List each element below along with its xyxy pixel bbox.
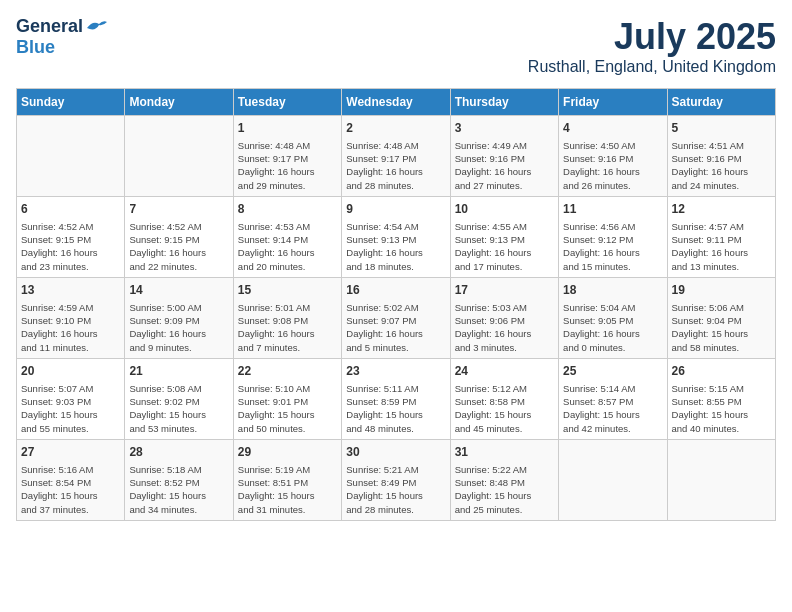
calendar-cell: 18Sunrise: 5:04 AM Sunset: 9:05 PM Dayli… xyxy=(559,277,667,358)
day-number: 4 xyxy=(563,120,662,137)
calendar-cell: 2Sunrise: 4:48 AM Sunset: 9:17 PM Daylig… xyxy=(342,116,450,197)
day-info: Sunrise: 5:11 AM Sunset: 8:59 PM Dayligh… xyxy=(346,382,445,435)
day-number: 14 xyxy=(129,282,228,299)
header-cell-tuesday: Tuesday xyxy=(233,89,341,116)
day-info: Sunrise: 5:21 AM Sunset: 8:49 PM Dayligh… xyxy=(346,463,445,516)
day-number: 29 xyxy=(238,444,337,461)
day-number: 11 xyxy=(563,201,662,218)
day-info: Sunrise: 5:08 AM Sunset: 9:02 PM Dayligh… xyxy=(129,382,228,435)
calendar-cell: 3Sunrise: 4:49 AM Sunset: 9:16 PM Daylig… xyxy=(450,116,558,197)
calendar-cell: 14Sunrise: 5:00 AM Sunset: 9:09 PM Dayli… xyxy=(125,277,233,358)
calendar-cell: 23Sunrise: 5:11 AM Sunset: 8:59 PM Dayli… xyxy=(342,358,450,439)
day-number: 3 xyxy=(455,120,554,137)
calendar-cell: 4Sunrise: 4:50 AM Sunset: 9:16 PM Daylig… xyxy=(559,116,667,197)
day-number: 30 xyxy=(346,444,445,461)
calendar-cell: 12Sunrise: 4:57 AM Sunset: 9:11 PM Dayli… xyxy=(667,196,775,277)
week-row-2: 6Sunrise: 4:52 AM Sunset: 9:15 PM Daylig… xyxy=(17,196,776,277)
day-info: Sunrise: 5:03 AM Sunset: 9:06 PM Dayligh… xyxy=(455,301,554,354)
header-cell-sunday: Sunday xyxy=(17,89,125,116)
day-info: Sunrise: 4:48 AM Sunset: 9:17 PM Dayligh… xyxy=(346,139,445,192)
day-info: Sunrise: 5:06 AM Sunset: 9:04 PM Dayligh… xyxy=(672,301,771,354)
day-info: Sunrise: 5:12 AM Sunset: 8:58 PM Dayligh… xyxy=(455,382,554,435)
day-info: Sunrise: 4:52 AM Sunset: 9:15 PM Dayligh… xyxy=(21,220,120,273)
day-info: Sunrise: 5:00 AM Sunset: 9:09 PM Dayligh… xyxy=(129,301,228,354)
logo: General Blue xyxy=(16,16,107,58)
calendar-cell: 26Sunrise: 5:15 AM Sunset: 8:55 PM Dayli… xyxy=(667,358,775,439)
day-number: 6 xyxy=(21,201,120,218)
header-row: SundayMondayTuesdayWednesdayThursdayFrid… xyxy=(17,89,776,116)
day-info: Sunrise: 4:52 AM Sunset: 9:15 PM Dayligh… xyxy=(129,220,228,273)
calendar-cell: 1Sunrise: 4:48 AM Sunset: 9:17 PM Daylig… xyxy=(233,116,341,197)
day-info: Sunrise: 4:51 AM Sunset: 9:16 PM Dayligh… xyxy=(672,139,771,192)
day-number: 22 xyxy=(238,363,337,380)
day-number: 15 xyxy=(238,282,337,299)
calendar-cell: 9Sunrise: 4:54 AM Sunset: 9:13 PM Daylig… xyxy=(342,196,450,277)
day-number: 28 xyxy=(129,444,228,461)
day-info: Sunrise: 5:15 AM Sunset: 8:55 PM Dayligh… xyxy=(672,382,771,435)
day-info: Sunrise: 4:54 AM Sunset: 9:13 PM Dayligh… xyxy=(346,220,445,273)
calendar-cell: 11Sunrise: 4:56 AM Sunset: 9:12 PM Dayli… xyxy=(559,196,667,277)
day-info: Sunrise: 5:18 AM Sunset: 8:52 PM Dayligh… xyxy=(129,463,228,516)
day-info: Sunrise: 4:50 AM Sunset: 9:16 PM Dayligh… xyxy=(563,139,662,192)
day-info: Sunrise: 4:57 AM Sunset: 9:11 PM Dayligh… xyxy=(672,220,771,273)
calendar-cell: 13Sunrise: 4:59 AM Sunset: 9:10 PM Dayli… xyxy=(17,277,125,358)
week-row-3: 13Sunrise: 4:59 AM Sunset: 9:10 PM Dayli… xyxy=(17,277,776,358)
day-number: 25 xyxy=(563,363,662,380)
calendar-cell: 8Sunrise: 4:53 AM Sunset: 9:14 PM Daylig… xyxy=(233,196,341,277)
day-number: 26 xyxy=(672,363,771,380)
day-info: Sunrise: 5:16 AM Sunset: 8:54 PM Dayligh… xyxy=(21,463,120,516)
location-text: Rusthall, England, United Kingdom xyxy=(528,58,776,76)
logo-bird-icon xyxy=(85,18,107,36)
day-number: 31 xyxy=(455,444,554,461)
week-row-4: 20Sunrise: 5:07 AM Sunset: 9:03 PM Dayli… xyxy=(17,358,776,439)
day-info: Sunrise: 5:10 AM Sunset: 9:01 PM Dayligh… xyxy=(238,382,337,435)
day-info: Sunrise: 5:14 AM Sunset: 8:57 PM Dayligh… xyxy=(563,382,662,435)
calendar-cell: 16Sunrise: 5:02 AM Sunset: 9:07 PM Dayli… xyxy=(342,277,450,358)
month-title: July 2025 xyxy=(528,16,776,58)
header-cell-monday: Monday xyxy=(125,89,233,116)
day-number: 19 xyxy=(672,282,771,299)
day-number: 1 xyxy=(238,120,337,137)
calendar-cell: 21Sunrise: 5:08 AM Sunset: 9:02 PM Dayli… xyxy=(125,358,233,439)
day-number: 5 xyxy=(672,120,771,137)
day-number: 16 xyxy=(346,282,445,299)
header-cell-friday: Friday xyxy=(559,89,667,116)
day-info: Sunrise: 5:19 AM Sunset: 8:51 PM Dayligh… xyxy=(238,463,337,516)
day-number: 23 xyxy=(346,363,445,380)
calendar-cell: 31Sunrise: 5:22 AM Sunset: 8:48 PM Dayli… xyxy=(450,439,558,520)
day-number: 2 xyxy=(346,120,445,137)
calendar-cell: 28Sunrise: 5:18 AM Sunset: 8:52 PM Dayli… xyxy=(125,439,233,520)
day-number: 24 xyxy=(455,363,554,380)
day-info: Sunrise: 5:01 AM Sunset: 9:08 PM Dayligh… xyxy=(238,301,337,354)
day-info: Sunrise: 4:49 AM Sunset: 9:16 PM Dayligh… xyxy=(455,139,554,192)
calendar-cell: 24Sunrise: 5:12 AM Sunset: 8:58 PM Dayli… xyxy=(450,358,558,439)
title-block: July 2025 Rusthall, England, United King… xyxy=(528,16,776,76)
day-number: 8 xyxy=(238,201,337,218)
day-number: 17 xyxy=(455,282,554,299)
calendar-cell: 10Sunrise: 4:55 AM Sunset: 9:13 PM Dayli… xyxy=(450,196,558,277)
day-info: Sunrise: 5:22 AM Sunset: 8:48 PM Dayligh… xyxy=(455,463,554,516)
header-cell-thursday: Thursday xyxy=(450,89,558,116)
calendar-cell: 22Sunrise: 5:10 AM Sunset: 9:01 PM Dayli… xyxy=(233,358,341,439)
calendar-cell: 7Sunrise: 4:52 AM Sunset: 9:15 PM Daylig… xyxy=(125,196,233,277)
calendar-cell: 27Sunrise: 5:16 AM Sunset: 8:54 PM Dayli… xyxy=(17,439,125,520)
day-number: 7 xyxy=(129,201,228,218)
day-info: Sunrise: 4:55 AM Sunset: 9:13 PM Dayligh… xyxy=(455,220,554,273)
calendar-cell: 30Sunrise: 5:21 AM Sunset: 8:49 PM Dayli… xyxy=(342,439,450,520)
header-cell-wednesday: Wednesday xyxy=(342,89,450,116)
day-info: Sunrise: 4:53 AM Sunset: 9:14 PM Dayligh… xyxy=(238,220,337,273)
day-info: Sunrise: 4:48 AM Sunset: 9:17 PM Dayligh… xyxy=(238,139,337,192)
day-info: Sunrise: 5:02 AM Sunset: 9:07 PM Dayligh… xyxy=(346,301,445,354)
calendar-cell: 19Sunrise: 5:06 AM Sunset: 9:04 PM Dayli… xyxy=(667,277,775,358)
day-number: 9 xyxy=(346,201,445,218)
logo-general-text: General xyxy=(16,16,83,37)
calendar-cell: 25Sunrise: 5:14 AM Sunset: 8:57 PM Dayli… xyxy=(559,358,667,439)
week-row-1: 1Sunrise: 4:48 AM Sunset: 9:17 PM Daylig… xyxy=(17,116,776,197)
calendar-cell: 6Sunrise: 4:52 AM Sunset: 9:15 PM Daylig… xyxy=(17,196,125,277)
day-number: 13 xyxy=(21,282,120,299)
day-number: 20 xyxy=(21,363,120,380)
calendar-cell: 29Sunrise: 5:19 AM Sunset: 8:51 PM Dayli… xyxy=(233,439,341,520)
header-cell-saturday: Saturday xyxy=(667,89,775,116)
calendar-cell xyxy=(17,116,125,197)
day-number: 12 xyxy=(672,201,771,218)
